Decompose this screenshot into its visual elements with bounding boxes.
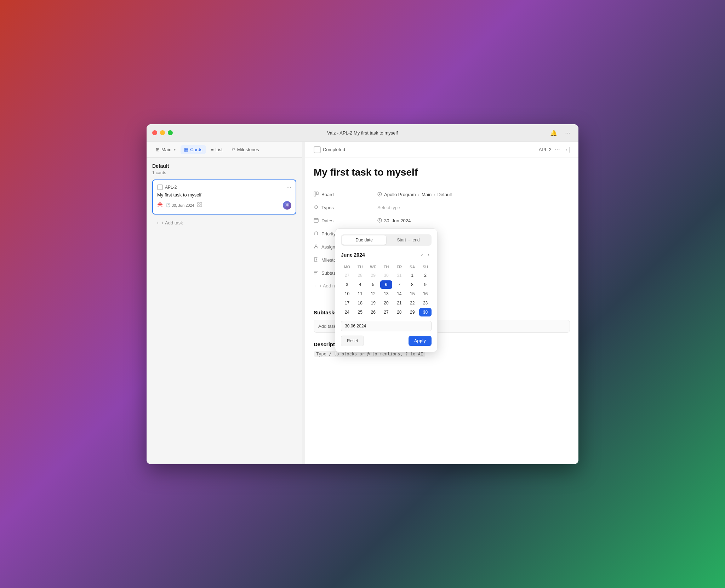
field-value-dates[interactable]: 30, Jun 2024 Due date Start → end June 2… [377, 214, 570, 227]
tab-cards[interactable]: ▦ Cards [181, 145, 206, 154]
cal-day-28-prev: 28 [354, 271, 366, 280]
date-field[interactable]: 30, Jun 2024 [377, 218, 411, 224]
start-end-tab[interactable]: Start → end [386, 235, 430, 245]
cal-day-24[interactable]: 24 [341, 308, 353, 316]
breadcrumb: Apollo Program › Main › Default [384, 192, 452, 197]
close-button[interactable] [152, 130, 157, 135]
calendar-prev-button[interactable]: ‹ [419, 251, 425, 259]
breadcrumb-main: Main [422, 192, 432, 197]
task-card-footer: 🕐 30, Jun 2024 [157, 201, 291, 210]
cal-day-30-prev: 30 [380, 271, 393, 280]
calendar-next-button[interactable]: › [426, 251, 432, 259]
board-content: Default 1 cards APL-2 ⋯ My first task to… [147, 158, 302, 464]
task-card[interactable]: APL-2 ⋯ My first task to myself [152, 179, 296, 215]
svg-rect-0 [198, 202, 199, 204]
cal-day-1[interactable]: 1 [406, 271, 418, 280]
main-content: ⊞ Main ▾ ▦ Cards ≡ List ⚐ Milestones [147, 142, 578, 464]
cal-day-30-selected[interactable]: 30 [419, 308, 432, 316]
cal-day-16[interactable]: 16 [419, 290, 432, 298]
cal-day-8[interactable]: 8 [406, 280, 418, 289]
cal-day-27-prev: 27 [341, 271, 353, 280]
cal-apply-button[interactable]: Apply [409, 336, 432, 346]
minimize-button[interactable] [160, 130, 165, 135]
task-card-checkbox[interactable] [157, 184, 163, 190]
cal-day-14[interactable]: 14 [393, 290, 405, 298]
cal-day-20[interactable]: 20 [380, 299, 393, 307]
task-card-meta: 🕐 30, Jun 2024 [157, 202, 202, 209]
app-window: Vaiz - APL-2 My first task to myself 🔔 ⋯… [147, 124, 578, 464]
task-title: My first task to myself [314, 166, 570, 178]
cards-tab-icon: ▦ [184, 147, 188, 152]
cal-day-22[interactable]: 22 [406, 299, 418, 307]
cal-day-28[interactable]: 28 [393, 308, 405, 316]
status-label: Completed [323, 147, 345, 152]
field-value-types[interactable]: Select type [377, 201, 570, 214]
date-picker-tabs: Due date Start → end [341, 234, 432, 246]
status-checkbox[interactable] [314, 146, 321, 153]
calendar-header: June 2024 ‹ › [341, 251, 432, 259]
cal-day-5[interactable]: 5 [367, 280, 379, 289]
svg-rect-8 [314, 218, 318, 222]
cal-header-mo: MO [341, 263, 353, 270]
maximize-button[interactable] [168, 130, 173, 135]
svg-rect-1 [200, 202, 202, 204]
calendar-month-year: June 2024 [341, 252, 365, 258]
traffic-lights [152, 130, 173, 135]
status-badge[interactable]: Completed [314, 146, 345, 153]
tab-list[interactable]: ≡ List [207, 145, 226, 154]
cal-header-sa: SA [406, 263, 418, 270]
cal-header-su: SU [419, 263, 432, 270]
cal-day-29[interactable]: 29 [406, 308, 418, 316]
cal-header-fr: FR [393, 263, 405, 270]
cal-reset-button[interactable]: Reset [341, 336, 364, 346]
detail-header-right: APL-2 ⋯ →| [539, 146, 570, 153]
resize-handle[interactable] [302, 142, 305, 464]
cal-day-23[interactable]: 23 [419, 299, 432, 307]
calendar-grid: MO TU WE TH FR SA SU 27 28 29 [341, 263, 432, 316]
cal-day-9[interactable]: 9 [419, 280, 432, 289]
cal-day-10[interactable]: 10 [341, 290, 353, 298]
detail-menu-button[interactable]: ⋯ [554, 146, 560, 153]
cal-day-13[interactable]: 13 [380, 290, 393, 298]
cal-day-25[interactable]: 25 [354, 308, 366, 316]
left-panel: ⊞ Main ▾ ▦ Cards ≡ List ⚐ Milestones [147, 142, 302, 464]
more-options-icon[interactable]: ⋯ [563, 128, 573, 138]
cal-day-2[interactable]: 2 [419, 271, 432, 280]
svg-rect-4 [314, 192, 316, 196]
breadcrumb-sep-2: › [434, 192, 435, 197]
calendar-nav: ‹ › [419, 251, 432, 259]
tab-milestones[interactable]: ⚐ Milestones [228, 145, 263, 154]
due-date-tab[interactable]: Due date [342, 235, 386, 245]
cal-day-3[interactable]: 3 [341, 280, 353, 289]
cal-day-15[interactable]: 15 [406, 290, 418, 298]
task-card-title: My first task to myself [157, 192, 291, 198]
cal-day-26[interactable]: 26 [367, 308, 379, 316]
cal-day-27[interactable]: 27 [380, 308, 393, 316]
cal-date-input[interactable] [341, 321, 432, 331]
date-picker-popup: Due date Start → end June 2024 ‹ › [335, 228, 438, 352]
cal-day-12[interactable]: 12 [367, 290, 379, 298]
cal-day-21[interactable]: 21 [393, 299, 405, 307]
cal-day-19[interactable]: 19 [367, 299, 379, 307]
cal-day-17[interactable]: 17 [341, 299, 353, 307]
field-label-board: Board [314, 188, 377, 201]
types-field-icon [314, 205, 319, 211]
add-task-icon: + [156, 220, 159, 226]
cal-day-7[interactable]: 7 [393, 280, 405, 289]
cal-day-4[interactable]: 4 [354, 280, 366, 289]
cal-day-11[interactable]: 11 [354, 290, 366, 298]
add-task-button[interactable]: + + Add task [152, 217, 296, 228]
tab-main[interactable]: ⊞ Main ▾ [152, 145, 179, 154]
group-header: Default [152, 163, 296, 169]
breadcrumb-default: Default [437, 192, 452, 197]
right-panel: Completed APL-2 ⋯ →| My first task to my… [305, 142, 578, 464]
cal-day-6-today[interactable]: 6 [380, 280, 393, 289]
breadcrumb-sep-1: › [418, 192, 419, 197]
clock-icon: 🕐 [166, 203, 171, 207]
task-card-menu-button[interactable]: ⋯ [286, 184, 291, 190]
cal-day-18[interactable]: 18 [354, 299, 366, 307]
assignee-avatar: JD [283, 201, 291, 210]
notification-icon[interactable]: 🔔 [549, 128, 559, 138]
detail-body: My first task to myself Board [305, 158, 578, 464]
detail-expand-button[interactable]: →| [563, 147, 570, 153]
